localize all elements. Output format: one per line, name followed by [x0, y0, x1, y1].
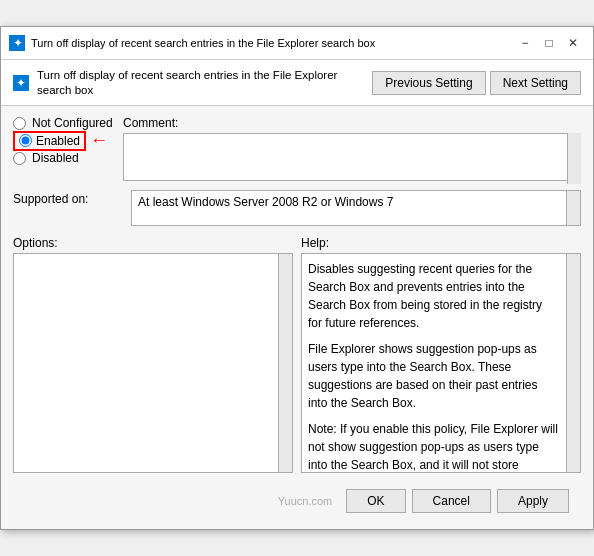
svg-text:✦: ✦	[16, 76, 26, 90]
watermark: Yuucn.com	[278, 495, 332, 507]
comment-label: Comment:	[123, 116, 581, 130]
not-configured-label: Not Configured	[32, 116, 113, 130]
comment-scrollbar	[567, 133, 581, 184]
supported-row: Supported on: At least Windows Server 20…	[13, 190, 581, 226]
help-content: Disables suggesting recent queries for t…	[301, 253, 581, 473]
enabled-label: Enabled	[36, 134, 80, 148]
next-setting-button[interactable]: Next Setting	[490, 71, 581, 95]
options-label: Options:	[13, 236, 293, 250]
header-section: ✦ Turn off display of recent search entr…	[1, 60, 593, 107]
cancel-button[interactable]: Cancel	[412, 489, 491, 513]
enabled-box[interactable]: Enabled	[13, 131, 86, 151]
radio-disabled[interactable]: Disabled	[13, 151, 123, 165]
arrow-indicator: ←	[90, 130, 108, 151]
footer: Yuucn.com OK Cancel Apply	[13, 483, 581, 519]
maximize-button[interactable]: □	[537, 33, 561, 53]
help-para-2: File Explorer shows suggestion pop-ups a…	[308, 340, 558, 412]
supported-label: Supported on:	[13, 190, 123, 206]
help-text: Disables suggesting recent queries for t…	[308, 260, 574, 473]
main-content: Not Configured Enabled ← Disabled Commen…	[1, 106, 593, 529]
help-para-1: Disables suggesting recent queries for t…	[308, 260, 558, 332]
supported-value: At least Windows Server 2008 R2 or Windo…	[131, 190, 581, 226]
comment-input[interactable]	[123, 133, 581, 181]
supported-scrollbar	[566, 191, 580, 225]
radio-not-configured[interactable]: Not Configured	[13, 116, 123, 130]
minimize-button[interactable]: −	[513, 33, 537, 53]
previous-setting-button[interactable]: Previous Setting	[372, 71, 485, 95]
comment-section: Comment:	[123, 116, 581, 184]
svg-text:✦: ✦	[13, 37, 23, 49]
help-scrollbar	[566, 254, 580, 472]
header-title-area: ✦ Turn off display of recent search entr…	[13, 68, 372, 98]
nav-buttons: Previous Setting Next Setting	[372, 71, 581, 95]
enabled-row: Enabled ←	[13, 130, 123, 151]
help-panel: Help: Disables suggesting recent queries…	[301, 236, 581, 473]
help-label: Help:	[301, 236, 581, 250]
disabled-label: Disabled	[32, 151, 79, 165]
options-panel: Options:	[13, 236, 293, 473]
options-scrollbar	[278, 254, 292, 472]
radio-section: Not Configured Enabled ← Disabled	[13, 116, 123, 184]
dialog-window: ✦ Turn off display of recent search entr…	[0, 26, 594, 531]
apply-button[interactable]: Apply	[497, 489, 569, 513]
supported-text: At least Windows Server 2008 R2 or Windo…	[138, 195, 393, 209]
bottom-panels: Options: Help: Disables suggesting recen…	[13, 236, 581, 473]
close-button[interactable]: ✕	[561, 33, 585, 53]
title-bar: ✦ Turn off display of recent search entr…	[1, 27, 593, 60]
ok-button[interactable]: OK	[346, 489, 405, 513]
options-content	[13, 253, 293, 473]
title-bar-icon: ✦	[9, 35, 25, 51]
title-bar-controls: − □ ✕	[513, 33, 585, 53]
help-para-3: Note: If you enable this policy, File Ex…	[308, 420, 558, 473]
title-bar-title: Turn off display of recent search entrie…	[31, 37, 507, 49]
policy-icon: ✦	[13, 75, 29, 91]
policy-title: Turn off display of recent search entrie…	[37, 68, 372, 98]
